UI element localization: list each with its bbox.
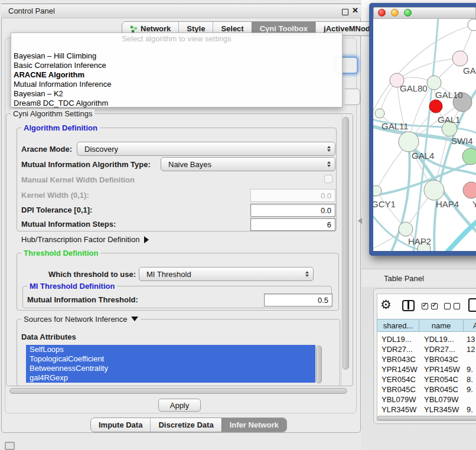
settings-scrollbar[interactable] xyxy=(341,116,350,385)
panel-collapse-arrow-icon[interactable] xyxy=(358,218,362,224)
network-node[interactable] xyxy=(429,100,442,113)
tab-label: Discretize Data xyxy=(158,420,213,429)
algorithm-option[interactable]: Dream8 DC_TDC Algorithm xyxy=(12,99,337,108)
algorithm-option[interactable]: ARACNE Algorithm xyxy=(12,70,337,80)
select-all-checkbox-icon[interactable] xyxy=(422,303,428,309)
node-label: GAL1 xyxy=(438,115,460,125)
gear-icon[interactable]: ⚙ xyxy=(380,298,392,312)
node-label: GAL11 xyxy=(382,121,409,131)
settings-hscrollbar[interactable] xyxy=(8,387,350,394)
deselect-checkbox-icon[interactable] xyxy=(454,303,460,309)
network-node[interactable] xyxy=(427,76,441,90)
table-file-icon[interactable] xyxy=(468,298,476,312)
network-node[interactable] xyxy=(399,132,419,152)
table-header: shared...nameA xyxy=(377,319,476,332)
zoom-traffic-light-icon[interactable] xyxy=(404,9,412,17)
table-cell: YLR345W xyxy=(419,405,464,415)
mi-threshold-field[interactable]: 0.5 xyxy=(264,294,332,306)
network-canvas[interactable]: GALGAL80GAL10GAL1GAL11SWI4GAL4GCY1HAP4YH… xyxy=(373,19,476,251)
kernel-width-field[interactable]: 0.0 xyxy=(250,189,335,202)
table-row[interactable]: YBL079WYBL079W xyxy=(377,394,476,405)
table-row[interactable]: YLR345WYLR345W9. xyxy=(377,405,476,415)
network-icon xyxy=(130,25,138,32)
settings-hscrollbar-thumb[interactable] xyxy=(9,388,347,394)
network-edge[interactable] xyxy=(445,219,476,251)
tab-infer-network[interactable]: Infer Network xyxy=(221,418,286,432)
data-attributes-label: Data Attributes xyxy=(21,332,76,341)
table-row[interactable]: YDR27...YDR27...12 xyxy=(377,344,476,354)
mi-type-select[interactable]: Naive Bayes xyxy=(161,157,335,171)
network-node[interactable] xyxy=(424,180,444,200)
manual-kernel-checkbox[interactable] xyxy=(324,175,332,183)
algorithm-option[interactable]: Basic Correlation Inference xyxy=(12,61,337,70)
table-row[interactable]: YBR043CYBR043C xyxy=(377,354,476,364)
network-edge[interactable] xyxy=(397,58,460,80)
settings-scrollbar-thumb[interactable] xyxy=(343,117,349,370)
table-cell: YBL079W xyxy=(419,394,464,405)
network-node[interactable] xyxy=(468,19,476,31)
close-icon[interactable]: ✕ xyxy=(352,6,358,15)
algorithm-option[interactable]: Mutual Information Inference xyxy=(12,80,337,89)
node-label: GAL10 xyxy=(435,90,463,100)
table-cell: YBR043C xyxy=(377,354,419,364)
float-window-icon[interactable] xyxy=(342,9,348,15)
select-all-checkbox-icon[interactable] xyxy=(431,303,438,309)
table-cell: YBR045C xyxy=(377,384,419,394)
table-row[interactable]: YBR045CYBR045C9. xyxy=(377,384,476,394)
network-node[interactable] xyxy=(463,182,476,198)
dpi-tolerance-field[interactable]: 0.0 xyxy=(250,204,335,217)
network-combo-fragment xyxy=(345,89,360,105)
apply-button[interactable]: Apply xyxy=(158,399,201,412)
attribute-item-selected[interactable]: gal4RGexp xyxy=(26,373,315,383)
table-body: YDL19...YDL19...13YDR27...YDR27...12YBR0… xyxy=(377,332,476,416)
tab-impute-data[interactable]: Impute Data xyxy=(91,418,150,432)
algorithm-dropdown-hint: Select algorithm to view settings xyxy=(11,34,343,43)
table-cell: YER054C xyxy=(419,374,464,384)
close-traffic-light-icon[interactable] xyxy=(378,9,386,17)
tab-label: Impute Data xyxy=(99,420,142,429)
network-node[interactable] xyxy=(375,109,384,118)
column-header[interactable]: shared... xyxy=(377,319,419,332)
aracne-mode-select[interactable]: Discovery xyxy=(77,142,335,156)
column-header[interactable]: name xyxy=(419,319,464,332)
column-header[interactable]: A xyxy=(464,319,476,332)
data-attributes-list[interactable]: SelfLoopsTopologicalCoefficientBetweenne… xyxy=(26,345,322,385)
network-node[interactable] xyxy=(452,51,468,66)
attributes-scrollbar[interactable] xyxy=(316,345,322,384)
table-row[interactable]: YPR145WYPR145W9. xyxy=(377,364,476,374)
aracne-mode-value: Discovery xyxy=(84,145,327,154)
mi-threshold-group-title: MI Threshold Definition xyxy=(27,282,117,291)
hub-definition-label: Hub/Transcription Factor Definition xyxy=(21,235,139,244)
network-node[interactable] xyxy=(462,148,476,165)
dpi-tolerance-label: DPI Tolerance [0,1]: xyxy=(21,206,92,214)
table-cell: YDL19... xyxy=(419,334,464,344)
table-hscrollbar[interactable] xyxy=(376,415,476,421)
attributes-scrollbar-thumb[interactable] xyxy=(316,345,322,383)
network-node[interactable] xyxy=(399,222,413,236)
algorithm-option[interactable]: Bayesian – K2 xyxy=(12,89,337,99)
table-cell: 13 xyxy=(464,334,476,344)
node-label: GAL80 xyxy=(400,83,428,93)
which-threshold-select[interactable]: MI Threshold xyxy=(139,267,314,281)
table-cell: YER054C xyxy=(377,374,419,384)
network-node[interactable] xyxy=(373,185,382,196)
minimized-panel-icon[interactable] xyxy=(5,442,15,450)
split-pane-icon[interactable] xyxy=(402,300,415,311)
table-row[interactable]: YER054CYER054C8. xyxy=(377,374,476,384)
network-view-titlebar xyxy=(373,7,476,19)
attribute-item-selected[interactable]: SelfLoops xyxy=(26,345,315,354)
sources-group-title[interactable]: Sources for Network Inference xyxy=(21,315,141,324)
deselect-checkbox-icon[interactable] xyxy=(444,303,451,309)
tab-discretize-data[interactable]: Discretize Data xyxy=(150,418,221,432)
node-label: Y xyxy=(472,199,476,209)
algorithm-option[interactable]: Bayesian – Hill Climbing xyxy=(12,51,337,61)
minimize-traffic-light-icon[interactable] xyxy=(391,9,399,17)
table-cell: YDL19... xyxy=(377,334,419,344)
mi-steps-field[interactable]: 6 xyxy=(250,218,335,231)
attribute-item-selected[interactable]: BetweennessCentrality xyxy=(26,364,315,373)
table-cell: YBR045C xyxy=(419,384,464,394)
attribute-item-selected[interactable]: TopologicalCoefficient xyxy=(26,354,315,364)
hub-definition-toggle[interactable]: Hub/Transcription Factor Definition xyxy=(21,235,149,244)
table-row[interactable]: YDL19...YDL19...13 xyxy=(377,334,476,344)
table-hscrollbar-thumb[interactable] xyxy=(377,416,476,420)
